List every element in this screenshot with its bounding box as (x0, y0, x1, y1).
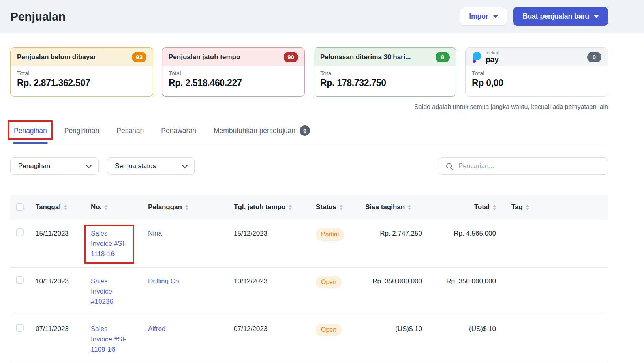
customer-link[interactable]: Drilling Co (148, 277, 179, 285)
cell-jatuh-tempo: 15/12/2023 (234, 228, 316, 259)
tab-bar: Penagihan Pengiriman Pesanan Penawaran M… (10, 125, 608, 143)
filter-bar: Penagihan Semua status (10, 157, 608, 175)
column-header-status: Status (316, 203, 365, 211)
table-header-row: Tanggal No. Pelanggan Tgl. jatuh tempo S… (10, 195, 608, 220)
table-row: 07/11/2023 Sales Invoice #SI-1109-16 Alf… (10, 315, 608, 363)
sort-icon[interactable] (185, 205, 188, 210)
sort-icon[interactable] (64, 205, 67, 210)
tab[interactable]: Pesanan (116, 125, 144, 143)
impor-button[interactable]: Impor (460, 7, 507, 26)
cell-total: (US)$ 10 (436, 324, 501, 355)
chevron-down-icon (594, 15, 599, 18)
customer-link[interactable]: Alfred (148, 325, 165, 333)
sort-icon[interactable] (340, 205, 343, 210)
row-checkbox[interactable] (16, 324, 24, 332)
topbar: Penjualan Impor Buat penjualan baru (0, 0, 644, 33)
cell-tag (501, 276, 608, 307)
summary-card[interactable]: mekaripay 0 Total Rp 0,00 (465, 47, 608, 97)
summary-card-count-badge: 90 (284, 52, 298, 62)
summary-card[interactable]: Penjualan belum dibayar 93 Total Rp. 2.8… (10, 47, 153, 97)
summary-card-total-label: Total (169, 70, 298, 77)
summary-card-total-label: Total (17, 70, 146, 77)
summary-card[interactable]: Pelunasan diterima 30 hari... 8 Total Rp… (314, 47, 456, 97)
tab-label: Pesanan (116, 126, 144, 135)
doc-type-dropdown[interactable]: Penagihan (10, 157, 99, 175)
summary-card-amount: Rp. 2.518.460.227 (169, 78, 298, 88)
status-dropdown-value: Semua status (115, 162, 156, 170)
invoice-link[interactable]: Sales Invoice #SI-1118-16 (91, 228, 129, 259)
topbar-actions: Impor Buat penjualan baru (460, 7, 608, 26)
invoice-table: Tanggal No. Pelanggan Tgl. jatuh tempo S… (10, 195, 608, 363)
invoice-link[interactable]: Sales Invoice #10236 (91, 276, 129, 307)
status-badge: Partial (316, 228, 344, 241)
status-badge: Open (316, 324, 342, 336)
cell-total: Rp. 350.000.000 (436, 276, 501, 307)
summary-card-amount: Rp. 2.871.362.507 (17, 78, 146, 88)
summary-card-header: Pelunasan diterima 30 hari... 8 (314, 48, 456, 66)
mekari-brand-top: mekari (486, 51, 499, 56)
tab[interactable]: Penagihan (14, 125, 47, 143)
sort-icon[interactable] (289, 205, 292, 210)
status-dropdown[interactable]: Semua status (107, 157, 195, 175)
cell-jatuh-tempo: 10/12/2023 (234, 276, 316, 307)
sort-icon[interactable] (526, 205, 529, 210)
column-header-sisa-tagihan: Sisa tagihan (365, 203, 436, 211)
cell-sisa-tagihan: (US)$ 10 (365, 324, 436, 355)
cell-sisa-tagihan: Rp. 350.000.000 (365, 276, 436, 307)
chevron-down-icon (493, 15, 498, 18)
mekari-pay-icon (472, 51, 482, 63)
cell-jatuh-tempo: 07/12/2023 (234, 324, 316, 355)
summary-card-title: Penjualan belum dibayar (17, 53, 96, 61)
create-sale-button[interactable]: Buat penjualan baru (513, 7, 608, 26)
column-header-tag: Tag (501, 203, 608, 211)
summary-card-header: Penjualan belum dibayar 93 (11, 48, 153, 66)
cell-tanggal: 10/11/2023 (36, 276, 91, 307)
select-all-checkbox[interactable] (16, 203, 24, 211)
cell-tag (501, 228, 608, 259)
mekari-pay-logo: mekaripay (472, 51, 499, 64)
sort-icon[interactable] (105, 205, 108, 210)
invoice-link[interactable]: Sales Invoice #SI-1109-16 (91, 324, 129, 355)
summary-card-title: Pelunasan diterima 30 hari... (320, 53, 411, 61)
column-header-no: No. (91, 203, 148, 211)
status-badge: Open (316, 276, 342, 288)
column-header-tanggal: Tanggal (36, 203, 91, 211)
search-box[interactable] (439, 157, 608, 175)
search-input[interactable] (458, 162, 601, 170)
cell-tanggal: 15/11/2023 (36, 228, 91, 259)
tab[interactable]: Membutuhkan persetujuan 9 (214, 125, 310, 143)
summary-cards: Penjualan belum dibayar 93 Total Rp. 2.8… (10, 47, 608, 97)
column-header-total: Total (436, 203, 501, 211)
cell-total: Rp. 4.565.000 (436, 228, 501, 259)
table-body: 15/11/2023 Sales Invoice #SI-1118-16 Nin… (10, 220, 608, 363)
summary-card-header: mekaripay 0 (466, 48, 608, 66)
summary-card-total-label: Total (472, 70, 601, 77)
create-sale-button-label: Buat penjualan baru (523, 12, 589, 21)
tab-label: Pengiriman (64, 126, 100, 135)
summary-card-count-badge: 8 (436, 52, 450, 62)
tab[interactable]: Pengiriman (64, 125, 100, 143)
row-checkbox[interactable] (16, 228, 24, 236)
sales-page: Penjualan Impor Buat penjualan baru Penj… (0, 0, 644, 363)
column-header-jatuh-tempo: Tgl. jatuh tempo (234, 203, 316, 211)
balance-note: Saldo adalah untuk semua jangka waktu, k… (10, 103, 608, 110)
summary-card-count-badge: 0 (587, 52, 601, 62)
summary-card-total-label: Total (320, 70, 450, 77)
doc-type-dropdown-value: Penagihan (18, 162, 50, 170)
customer-link[interactable]: Nina (148, 230, 162, 237)
table-row: 10/11/2023 Sales Invoice #10236 Drilling… (10, 268, 608, 315)
summary-card-title: Penjualan jatuh tempo (169, 53, 240, 61)
summary-card-header: Penjualan jatuh tempo 90 (162, 48, 304, 66)
column-header-pelanggan: Pelanggan (148, 203, 234, 211)
search-icon (445, 162, 454, 170)
main-content: Penjualan belum dibayar 93 Total Rp. 2.8… (10, 47, 608, 363)
chevron-down-icon (182, 162, 188, 168)
summary-card-amount: Rp 0,00 (472, 78, 601, 88)
cell-tag (501, 324, 608, 355)
row-checkbox[interactable] (16, 276, 24, 284)
tab-label: Membutuhkan persetujuan (214, 126, 295, 135)
sort-icon[interactable] (408, 205, 411, 210)
sort-icon[interactable] (493, 205, 496, 210)
summary-card[interactable]: Penjualan jatuh tempo 90 Total Rp. 2.518… (162, 47, 305, 97)
tab[interactable]: Penawaran (161, 125, 196, 143)
